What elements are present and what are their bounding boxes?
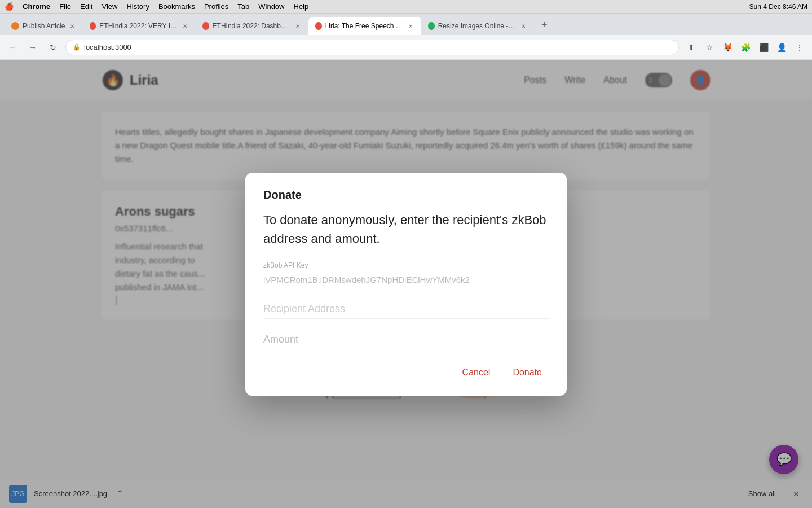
tab-close-4[interactable]: ✕ (407, 22, 414, 30)
menubar-bookmarks[interactable]: Bookmarks (158, 2, 195, 11)
share-button[interactable]: ⬆ (683, 40, 699, 55)
forward-button[interactable]: → (25, 40, 41, 55)
tab-close-2[interactable]: ✕ (181, 22, 189, 30)
url-text: localhost:3000 (84, 43, 131, 51)
chrome-window: Publish Article ✕ ETHIndia 2022: VERY IM… (0, 14, 812, 508)
menubar-profiles[interactable]: Profiles (204, 2, 228, 11)
modal-description: To donate anonymously, enter the recipie… (263, 211, 549, 248)
tab-title-2: ETHIndia 2022: VERY IMPORT... (99, 22, 178, 30)
recipient-field: Recipient Address (263, 300, 549, 319)
tab-bar: Publish Article ✕ ETHIndia 2022: VERY IM… (0, 14, 812, 35)
tab-title-1: Publish Article (23, 22, 65, 30)
tab-favicon-3 (202, 22, 209, 30)
tab-liria[interactable]: Liria: The Free Speech Networ... ✕ (308, 17, 421, 35)
profile-button[interactable]: ⬛ (756, 40, 771, 55)
tab-title-3: ETHIndia 2022: Dashboard | D... (213, 22, 291, 30)
tab-ethindia-2[interactable]: ETHIndia 2022: Dashboard | D... ✕ (196, 17, 308, 35)
cancel-button[interactable]: Cancel (456, 363, 497, 382)
reload-button[interactable]: ↻ (45, 40, 61, 55)
tab-favicon-2 (90, 22, 96, 30)
menubar-time: Sun 4 Dec 8:46 AM (749, 3, 807, 11)
menubar-edit[interactable]: Edit (80, 2, 92, 11)
address-bar[interactable]: 🔒 localhost:3000 (65, 40, 679, 55)
extensions-button[interactable]: 🧩 (738, 40, 753, 55)
menubar-file[interactable]: File (59, 2, 71, 11)
menubar-history[interactable]: History (126, 2, 149, 11)
lock-icon: 🔒 (73, 43, 81, 51)
donate-button[interactable]: Donate (506, 363, 549, 382)
recipient-address-label: Recipient Address (263, 300, 549, 319)
tab-title-4: Liria: The Free Speech Networ... (325, 22, 404, 30)
modal-title: Donate (263, 189, 549, 202)
modal-footer: Cancel Donate (263, 363, 549, 382)
tab-favicon-4 (315, 22, 321, 30)
api-key-input[interactable] (263, 271, 549, 288)
menubar-tab[interactable]: Tab (237, 2, 249, 11)
menubar-right: Sun 4 Dec 8:46 AM (749, 0, 807, 13)
tab-close-1[interactable]: ✕ (68, 22, 76, 30)
menubar-chrome[interactable]: Chrome (23, 2, 50, 11)
user-profile-button[interactable]: 👤 (774, 40, 789, 55)
more-button[interactable]: ⋮ (792, 40, 807, 55)
menubar-window[interactable]: Window (258, 2, 284, 11)
tab-ethindia-1[interactable]: ETHIndia 2022: VERY IMPORT... ✕ (83, 17, 196, 35)
apple-icon[interactable]: 🍎 (5, 2, 14, 11)
website-content: 🔥 Liria Posts Write About ☽ 👤 (0, 60, 812, 508)
tab-resize-images[interactable]: Resize Images Online - Reduc... ✕ (421, 17, 534, 35)
navigation-bar: ← → ↻ 🔒 localhost:3000 ⬆ ☆ 🦊 🧩 ⬛ 👤 ⋮ (0, 35, 812, 60)
menubar-help[interactable]: Help (294, 2, 309, 11)
extension-fox-button[interactable]: 🦊 (720, 40, 735, 55)
website-inner: 🔥 Liria Posts Write About ☽ 👤 (0, 60, 812, 508)
tab-close-3[interactable]: ✕ (294, 22, 302, 30)
api-key-field: zkBob API Key (263, 261, 549, 288)
new-tab-button[interactable]: + (536, 17, 552, 33)
menubar: 🍎 Chrome File Edit View History Bookmark… (0, 0, 812, 14)
tab-title-5: Resize Images Online - Reduc... (438, 22, 517, 30)
menubar-view[interactable]: View (102, 2, 117, 11)
api-key-label: zkBob API Key (263, 261, 549, 269)
tab-favicon-5 (428, 22, 434, 30)
tab-favicon-1 (11, 22, 19, 30)
amount-label: Amount (263, 330, 549, 349)
nav-right-icons: ⬆ ☆ 🦊 🧩 ⬛ 👤 ⋮ (683, 40, 807, 55)
tab-publish-article[interactable]: Publish Article ✕ (5, 17, 83, 35)
amount-field: Amount (263, 330, 549, 349)
donate-modal: Donate To donate anonymously, enter the … (245, 173, 567, 396)
back-button[interactable]: ← (5, 40, 20, 55)
modal-overlay: Donate To donate anonymously, enter the … (0, 60, 812, 508)
bookmark-button[interactable]: ☆ (701, 40, 717, 55)
tab-close-5[interactable]: ✕ (519, 22, 527, 30)
tab-bar-left: Publish Article ✕ ETHIndia 2022: VERY IM… (5, 17, 807, 35)
